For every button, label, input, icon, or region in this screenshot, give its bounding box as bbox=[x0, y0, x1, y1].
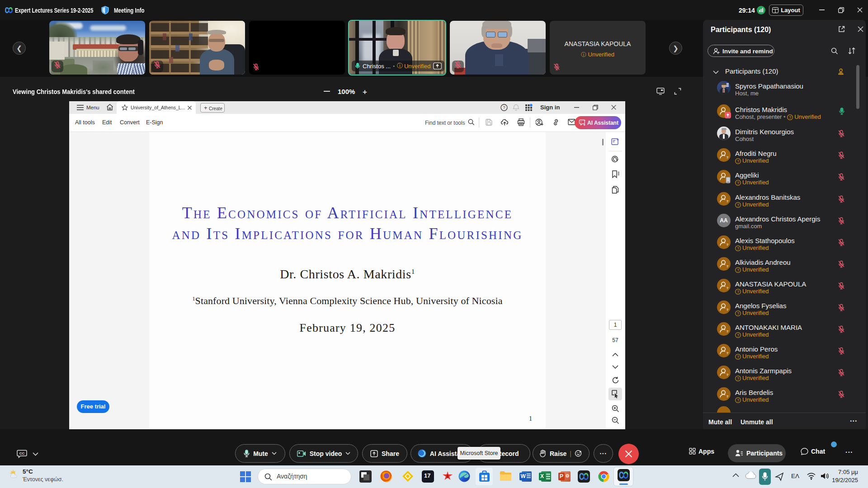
svg-text:?: ? bbox=[737, 267, 739, 272]
svg-text:?: ? bbox=[737, 333, 739, 337]
svg-text:?: ? bbox=[726, 394, 729, 399]
svg-text:?: ? bbox=[726, 243, 729, 247]
svg-text:?: ? bbox=[737, 398, 739, 402]
svg-text:?: ? bbox=[737, 202, 739, 207]
svg-text:?: ? bbox=[726, 199, 729, 203]
svg-text:?: ? bbox=[737, 354, 739, 359]
svg-text:?: ? bbox=[737, 289, 739, 294]
svg-text:?: ? bbox=[726, 329, 729, 333]
svg-text:?: ? bbox=[737, 376, 739, 380]
svg-text:?: ? bbox=[726, 286, 729, 290]
svg-text:?: ? bbox=[726, 264, 729, 268]
svg-text:?: ? bbox=[737, 311, 739, 315]
svg-text:?: ? bbox=[503, 105, 505, 110]
svg-text:?: ? bbox=[737, 159, 739, 163]
svg-text:?: ? bbox=[737, 246, 739, 250]
svg-text:?: ? bbox=[726, 373, 729, 377]
svg-text:?: ? bbox=[737, 180, 739, 185]
svg-text:?: ? bbox=[726, 351, 729, 355]
svg-text:CC: CC bbox=[19, 451, 25, 455]
svg-text:?: ? bbox=[726, 155, 729, 160]
svg-text:?: ? bbox=[726, 308, 729, 312]
svg-text:?: ? bbox=[789, 115, 791, 119]
